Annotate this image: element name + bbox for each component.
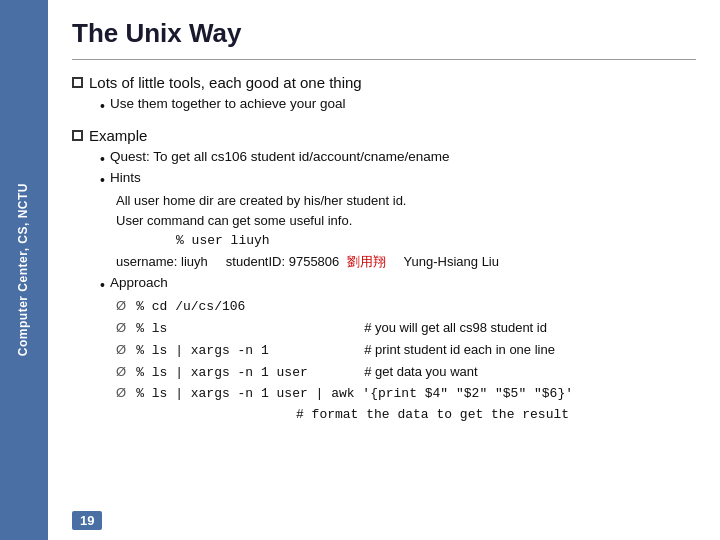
main-content: The Unix Way Lots of little tools, each … xyxy=(48,0,720,540)
quest-text: Quest: To get all cs106 student id/accou… xyxy=(110,149,450,164)
arrow-icon-1: Ø xyxy=(116,318,126,339)
section2-heading: Example xyxy=(72,127,696,144)
approach-cmd-3: % ls | xargs -n 1 user xyxy=(136,363,356,384)
bullet-square-icon xyxy=(72,77,83,88)
bullet-dot-quest: • xyxy=(100,151,105,167)
section1-subitem: • Use them together to achieve your goal xyxy=(100,96,696,114)
arrow-icon-4: Ø xyxy=(116,383,126,404)
section-example: Example • Quest: To get all cs106 studen… xyxy=(72,127,696,426)
hint-line-0: All user home dir are created by his/her… xyxy=(116,191,696,211)
approach-line-3: Ø % ls | xargs -n 1 user # get data you … xyxy=(116,362,696,384)
arrow-icon-3: Ø xyxy=(116,362,126,383)
bullet-square-icon-2 xyxy=(72,130,83,141)
hint-username-prefix: username: liuyh studentID: 9755806 xyxy=(116,254,347,269)
approach-cmd-1: % ls xyxy=(136,319,356,340)
approach-line-0: Ø % cd /u/cs/106 xyxy=(116,296,696,318)
section2-label: Example xyxy=(89,127,147,144)
hint-line-2: % user liuyh xyxy=(176,231,696,252)
hints-block: All user home dir are created by his/her… xyxy=(116,191,696,272)
approach-comment-1: # you will get all cs98 student id xyxy=(364,318,547,339)
quest-item: • Quest: To get all cs106 student id/acc… xyxy=(100,149,696,167)
divider xyxy=(72,59,696,60)
approach-line-2: Ø % ls | xargs -n 1 # print student id e… xyxy=(116,340,696,362)
approach-comment-2: # print student id each in one line xyxy=(364,340,555,361)
hints-label: Hints xyxy=(110,170,141,185)
section-lots-of-tools: Lots of little tools, each good at one t… xyxy=(72,74,696,117)
sidebar-label: Computer Center, CS, NCTU xyxy=(16,183,32,356)
hint-line-3: username: liuyh studentID: 9755806 劉用翔 Y… xyxy=(116,252,696,272)
approach-line-5: # format the data to get the result xyxy=(116,405,696,426)
approach-cmd-2: % ls | xargs -n 1 xyxy=(136,341,356,362)
approach-line-4: Ø % ls | xargs -n 1 user | awk '{print $… xyxy=(116,383,696,405)
section1-heading: Lots of little tools, each good at one t… xyxy=(72,74,696,91)
sidebar: Computer Center, CS, NCTU xyxy=(0,0,48,540)
approach-label: Approach xyxy=(110,275,168,290)
section1-subitem-text: Use them together to achieve your goal xyxy=(110,96,346,111)
approach-item: • Approach xyxy=(100,275,696,293)
arrow-icon-0: Ø xyxy=(116,296,126,317)
arrow-icon-2: Ø xyxy=(116,340,126,361)
bullet-dot-icon: • xyxy=(100,98,105,114)
approach-cmd-5: # format the data to get the result xyxy=(296,405,569,426)
bullet-dot-approach: • xyxy=(100,277,105,293)
hint-chinese-name: 劉用翔 xyxy=(347,254,386,269)
hint-english-name: Yung-Hsiang Liu xyxy=(386,254,499,269)
approach-line-1: Ø % ls # you will get all cs98 student i… xyxy=(116,318,696,340)
approach-block: Ø % cd /u/cs/106 Ø % ls # you will get a… xyxy=(116,296,696,426)
hints-item: • Hints xyxy=(100,170,696,188)
page-title: The Unix Way xyxy=(72,18,696,49)
page-number: 19 xyxy=(72,511,102,530)
approach-cmd-0: % cd /u/cs/106 xyxy=(136,297,356,318)
approach-cmd-4: % ls | xargs -n 1 user | awk '{print $4"… xyxy=(136,384,573,405)
bullet-dot-hints: • xyxy=(100,172,105,188)
footer: 19 xyxy=(72,506,696,530)
section1-label: Lots of little tools, each good at one t… xyxy=(89,74,362,91)
approach-comment-3: # get data you want xyxy=(364,362,477,383)
hint-line-1: User command can get some useful info. xyxy=(116,211,696,231)
